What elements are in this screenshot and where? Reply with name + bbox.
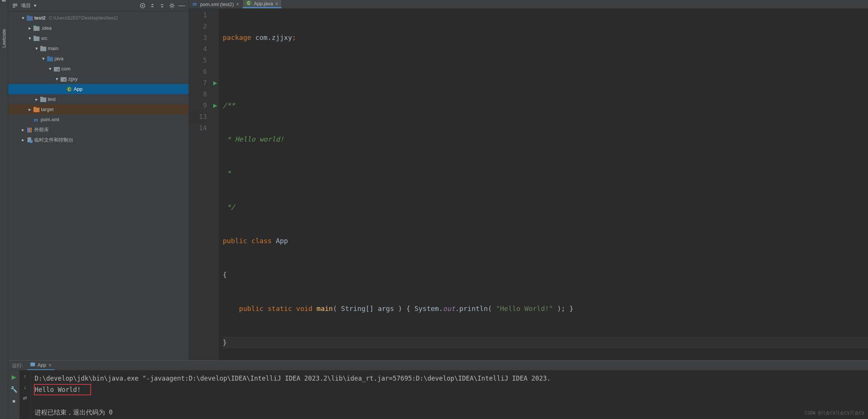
svg-rect-23 — [40, 97, 43, 98]
project-panel: 项目 ▾ — — [8, 0, 189, 360]
run-method-icon[interactable]: ▶ — [211, 100, 219, 111]
code-token: public — [223, 237, 247, 245]
run-class-icon[interactable]: ▶ — [211, 77, 219, 88]
chevron-right-icon[interactable]: ▸ — [21, 138, 25, 142]
project-dropdown-icon[interactable] — [12, 3, 18, 9]
chevron-down-icon[interactable]: ▾ — [55, 77, 59, 81]
tree-item-main[interactable]: ▾ main — [8, 43, 188, 53]
tree-item-test[interactable]: ▸ test — [8, 94, 188, 104]
maven-icon: m — [192, 1, 198, 8]
chevron-right-icon[interactable]: ▸ — [21, 128, 25, 132]
console-exit: 进程已结束，退出代码为 0 — [35, 407, 864, 418]
project-dropdown-label[interactable]: 项目 — [21, 2, 31, 9]
tree-item-java[interactable]: ▾ java — [8, 53, 188, 64]
chevron-right-icon[interactable]: ▸ — [34, 97, 39, 102]
tab-app[interactable]: C App.java × — [243, 0, 282, 8]
close-icon[interactable]: × — [49, 362, 52, 368]
tree-item-zjjxy[interactable]: ▾ zjjxy — [8, 74, 188, 84]
code-token: App — [276, 237, 288, 245]
line-number[interactable]: 13 — [189, 111, 207, 122]
line-number[interactable]: 7 — [189, 77, 207, 88]
package-icon — [60, 76, 67, 82]
code-token: ; — [292, 34, 296, 41]
chevron-right-icon[interactable]: ▸ — [27, 107, 32, 112]
chevron-down-icon[interactable]: ▾ — [34, 46, 39, 51]
run-tab-app[interactable]: App × — [27, 361, 55, 370]
tree-item-pom[interactable]: m pom.xml — [8, 114, 188, 125]
line-number[interactable]: 6 — [189, 66, 207, 77]
soft-wrap-icon[interactable]: ⇄ — [23, 395, 27, 401]
project-toolbar: 项目 ▾ — — [8, 0, 188, 11]
chevron-down-icon[interactable]: ▾ — [41, 56, 46, 61]
line-number[interactable]: 2 — [189, 21, 207, 32]
line-number[interactable]: 1 — [189, 9, 207, 21]
close-icon[interactable]: × — [275, 1, 278, 7]
hide-icon[interactable]: — — [179, 3, 185, 9]
line-number[interactable]: 8 — [189, 88, 207, 100]
tab-label: App.java — [254, 1, 273, 6]
maven-icon: m — [33, 116, 40, 123]
folder-icon — [33, 35, 40, 42]
leetcode-tool-button[interactable]: Leetcode — [2, 27, 7, 49]
code-token: void — [296, 305, 312, 312]
java-class-icon: C — [246, 0, 252, 7]
code-token: ( — [333, 305, 341, 312]
svg-point-4 — [142, 5, 143, 6]
svg-text:m: m — [34, 117, 38, 123]
project-tree[interactable]: ▾ test2 C:\Users\52837\Desktop\test\test… — [8, 11, 188, 360]
line-gutter: 1 2 3 4 5 6 7 8 9 13 14 — [189, 9, 211, 405]
run-tab-label: App — [38, 362, 46, 368]
project-tool-button[interactable]: 项目 — [1, 4, 7, 7]
svg-text:m: m — [193, 1, 197, 7]
java-class-icon: C — [66, 86, 73, 93]
tree-item-target[interactable]: ▸ target — [8, 104, 188, 114]
chevron-down-icon[interactable]: ▾ — [21, 16, 25, 20]
chevron-down-icon[interactable]: ▾ — [27, 36, 32, 41]
tree-item-src[interactable]: ▾ src — [8, 33, 188, 43]
tab-pom[interactable]: m pom.xml (test2) × — [189, 0, 243, 8]
svg-rect-11 — [33, 36, 36, 37]
code-token: /** — [223, 101, 235, 109]
down-arrow-icon[interactable]: ↓ — [24, 384, 26, 390]
svg-rect-1 — [13, 5, 17, 6]
line-number[interactable]: 4 — [189, 43, 207, 55]
svg-rect-29 — [30, 128, 32, 133]
select-opened-file-icon[interactable] — [140, 3, 146, 9]
dropdown-chevron-icon[interactable]: ▾ — [34, 3, 36, 8]
line-number[interactable]: 9 — [189, 100, 207, 111]
chevron-down-icon[interactable]: ▾ — [48, 67, 52, 71]
tree-path: C:\Users\52837\Desktop\test\test2 — [49, 15, 118, 21]
close-icon[interactable]: × — [236, 1, 239, 7]
up-arrow-icon[interactable]: ↑ — [24, 373, 26, 379]
expand-all-icon[interactable] — [149, 3, 155, 9]
line-number[interactable]: 14 — [189, 122, 207, 134]
excluded-folder-icon — [33, 106, 40, 113]
library-icon — [26, 126, 33, 133]
code-token: package — [223, 34, 251, 41]
svg-point-5 — [171, 5, 173, 7]
tree-item-scratch[interactable]: ▸ 临时文件和控制台 — [8, 135, 188, 145]
editor-tabs: m pom.xml (test2) × C App.java × — [189, 0, 868, 9]
wrench-icon[interactable]: 🔧 — [10, 386, 18, 393]
stop-icon[interactable]: ■ — [12, 398, 15, 404]
tree-root[interactable]: ▾ test2 C:\Users\52837\Desktop\test\test… — [8, 13, 188, 23]
code-area[interactable]: package com.zjjxy; /** * Hello world! * … — [219, 9, 868, 405]
code-token: class — [251, 237, 272, 245]
settings-icon[interactable] — [169, 3, 175, 9]
tree-item-idea[interactable]: ▸ .idea — [8, 23, 188, 33]
tree-item-app[interactable]: C App — [8, 84, 188, 94]
tree-item-external[interactable]: ▸ 外部库 — [8, 125, 188, 135]
line-number[interactable]: 5 — [189, 55, 207, 66]
run-tool-buttons: ▶ 🔧 ■ — [8, 370, 20, 419]
console-stdout: Hello World! — [35, 384, 864, 395]
rerun-icon[interactable]: ▶ — [12, 373, 16, 381]
console-nav: ↑ ↓ ⇄ — [20, 370, 31, 419]
chevron-right-icon[interactable]: ▸ — [27, 26, 32, 30]
line-number[interactable]: 3 — [189, 32, 207, 43]
source-folder-icon — [47, 55, 53, 62]
tree-item-com[interactable]: ▾ com — [8, 64, 188, 74]
console-output[interactable]: D:\develop\jdk\bin\java.exe "-javaagent:… — [31, 370, 868, 419]
collapse-all-icon[interactable] — [159, 3, 165, 9]
code-token: public — [239, 305, 263, 312]
code-token: * — [223, 169, 231, 177]
